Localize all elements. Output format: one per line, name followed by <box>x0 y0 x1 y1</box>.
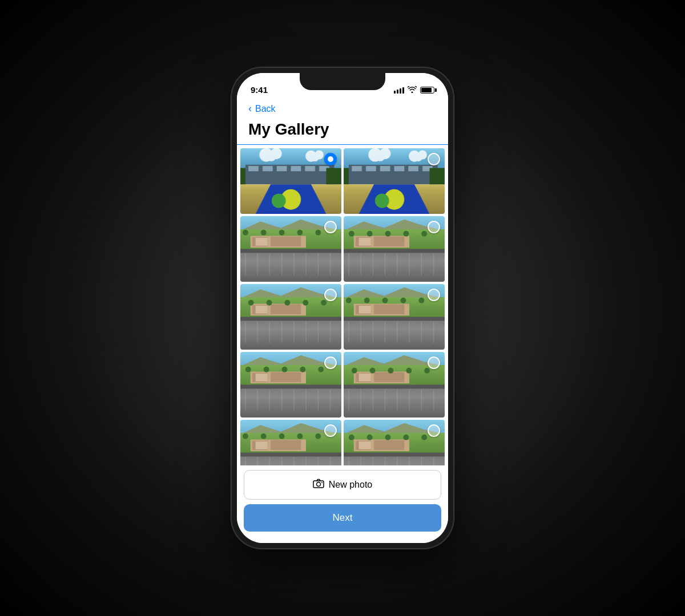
selection-circle <box>428 221 440 233</box>
photo-item[interactable] <box>344 420 445 465</box>
selection-circle <box>324 289 337 301</box>
notch <box>300 73 385 90</box>
status-time: 9:41 <box>251 85 268 96</box>
photo-item[interactable] <box>240 148 341 214</box>
signal-icon <box>394 87 404 94</box>
selection-circle <box>428 289 440 301</box>
wifi-icon <box>408 86 417 95</box>
new-photo-label: New photo <box>329 480 373 490</box>
photo-item[interactable] <box>240 420 341 465</box>
back-label: Back <box>255 104 276 114</box>
gallery-scroll[interactable] <box>237 145 448 465</box>
nav-bar: ‹ Back <box>237 98 448 117</box>
selection-circle <box>324 221 337 233</box>
battery-icon <box>420 87 434 94</box>
photo-item[interactable] <box>344 352 445 418</box>
phone-frame: 9:41 <box>231 67 454 549</box>
phone-screen: 9:41 <box>237 73 448 543</box>
photo-item[interactable] <box>344 284 445 350</box>
next-button[interactable]: Next <box>244 504 441 532</box>
selection-circle <box>324 356 337 369</box>
selection-circle <box>324 424 337 437</box>
photo-item[interactable] <box>344 216 445 282</box>
selection-circle <box>428 424 440 437</box>
photo-item[interactable] <box>240 352 341 418</box>
page-title: My Gallery <box>237 117 448 144</box>
back-chevron-icon: ‹ <box>248 103 252 115</box>
new-photo-button[interactable]: New photo <box>244 470 441 500</box>
photo-item[interactable] <box>240 284 341 350</box>
status-icons <box>394 86 434 96</box>
gallery-grid <box>240 148 445 465</box>
back-button[interactable]: ‹ Back <box>248 103 437 115</box>
bottom-actions: New photo Next <box>237 465 448 543</box>
selection-circle <box>428 153 440 165</box>
selection-circle <box>324 153 337 165</box>
svg-point-2 <box>321 482 323 483</box>
photo-item[interactable] <box>344 148 445 214</box>
camera-icon <box>313 479 324 491</box>
photo-item[interactable] <box>240 216 341 282</box>
svg-point-1 <box>316 483 320 487</box>
selection-circle <box>428 356 440 369</box>
screen-content: ‹ Back My Gallery <box>237 98 448 543</box>
